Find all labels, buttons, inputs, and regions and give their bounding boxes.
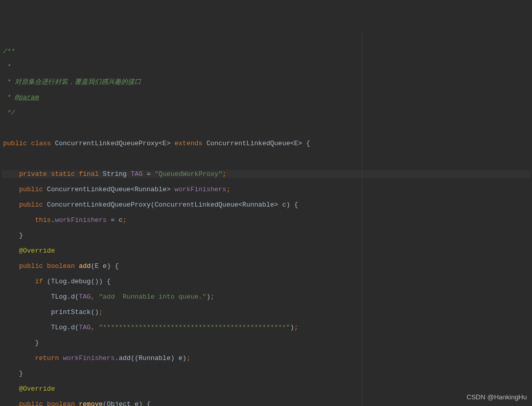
code-line: TLog.d(TAG, "***************************… (2, 324, 530, 331)
code-line: * (2, 63, 530, 71)
code-line: @Override (2, 385, 530, 393)
code-line: if (TLog.debug()) { (2, 278, 530, 285)
code-line: public ConcurrentLinkedQueue<Runnable> w… (2, 186, 530, 193)
right-margin-guide (362, 31, 362, 406)
watermark: CSDN @HankingHu (467, 393, 527, 401)
code-line: public class ConcurrentLinkedQueueProxy<… (2, 140, 530, 147)
code-line (2, 124, 530, 132)
code-line: * @param (2, 94, 530, 101)
code-line: return workFinishers.add((Runnable) e); (2, 354, 530, 362)
code-line: public boolean remove(Object e) { (2, 400, 530, 406)
code-editor[interactable]: /** * * 对原集合进行封装，覆盖我们感兴趣的接口 * @param */ … (0, 31, 532, 406)
code-line: public ConcurrentLinkedQueueProxy(Concur… (2, 201, 530, 209)
code-line: TLog.d(TAG, "add Runnable into queue."); (2, 293, 530, 301)
code-line: } (2, 339, 530, 347)
code-line: * 对原集合进行封装，覆盖我们感兴趣的接口 (2, 78, 530, 86)
code-line: } (2, 232, 530, 239)
code-line: /** (2, 48, 530, 55)
code-line: @Override (2, 247, 530, 255)
code-line: this.workFinishers = c; (2, 216, 530, 224)
code-line: private static final String TAG = "Queue… (2, 170, 530, 178)
code-line: } (2, 370, 530, 377)
code-line: */ (2, 109, 530, 117)
code-line: printStack(); (2, 308, 530, 316)
code-line (2, 155, 530, 163)
code-line: public boolean add(E e) { (2, 262, 530, 270)
